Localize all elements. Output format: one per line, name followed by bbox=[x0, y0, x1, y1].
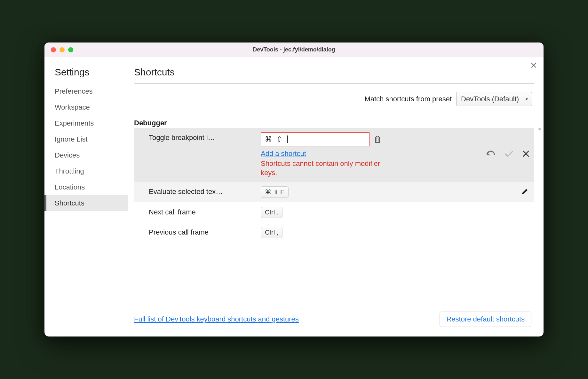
sidebar-item-locations[interactable]: Locations bbox=[44, 179, 128, 195]
preset-select[interactable]: DevTools (Default) bbox=[456, 92, 532, 106]
edit-actions bbox=[385, 132, 531, 157]
window-title: DevTools - jec.fyi/demo/dialog bbox=[44, 46, 544, 53]
section-title: Debugger bbox=[134, 119, 534, 127]
add-shortcut-link[interactable]: Add a shortcut bbox=[261, 150, 382, 158]
text-cursor bbox=[287, 135, 288, 143]
footer: Full list of DevTools keyboard shortcuts… bbox=[134, 304, 534, 336]
shortcut-kbd: Ctrl , bbox=[261, 227, 282, 238]
pencil-icon bbox=[521, 188, 529, 195]
delete-shortcut-button[interactable] bbox=[374, 135, 381, 143]
page-title: Shortcuts bbox=[134, 67, 534, 83]
undo-icon bbox=[486, 150, 496, 157]
close-icon bbox=[522, 150, 529, 157]
sidebar-item-ignore-list[interactable]: Ignore List bbox=[44, 131, 128, 147]
edit-shortcut-button[interactable] bbox=[521, 186, 531, 195]
cancel-button[interactable] bbox=[522, 150, 529, 157]
shortcut-input-value: ⌘ ⇧ bbox=[265, 135, 283, 143]
sidebar-item-experiments[interactable]: Experiments bbox=[44, 115, 128, 131]
shortcut-label: Evaluate selected tex… bbox=[149, 186, 258, 196]
trash-icon bbox=[374, 135, 381, 143]
shortcut-error: Shortcuts cannot contain only modifier k… bbox=[261, 159, 382, 177]
window-titlebar: DevTools - jec.fyi/demo/dialog bbox=[44, 43, 544, 57]
full-list-link[interactable]: Full list of DevTools keyboard shortcuts… bbox=[134, 315, 299, 323]
undo-button[interactable] bbox=[486, 150, 496, 157]
confirm-button[interactable] bbox=[505, 150, 513, 157]
minimize-window-button[interactable] bbox=[60, 47, 65, 52]
shortcut-row-editing: Toggle breakpoint i… ⌘ ⇧ bbox=[134, 128, 534, 182]
sidebar-item-workspace[interactable]: Workspace bbox=[44, 99, 128, 115]
shortcut-label: Previous call frame bbox=[149, 227, 258, 236]
sidebar-item-preferences[interactable]: Preferences bbox=[44, 83, 128, 99]
scrollbar-thumb[interactable] bbox=[538, 128, 541, 130]
shortcut-row: Next call frame Ctrl . bbox=[134, 202, 534, 222]
shortcut-row: Evaluate selected tex… ⌘ ⇧ E bbox=[134, 182, 534, 202]
shortcut-list: Toggle breakpoint i… ⌘ ⇧ bbox=[134, 128, 534, 243]
preset-value: DevTools (Default) bbox=[461, 95, 519, 103]
restore-defaults-button[interactable]: Restore default shortcuts bbox=[440, 312, 531, 327]
sidebar-item-throttling[interactable]: Throttling bbox=[44, 163, 128, 179]
settings-sidebar: Settings Preferences Workspace Experimen… bbox=[44, 57, 128, 336]
shortcut-input[interactable]: ⌘ ⇧ bbox=[261, 132, 369, 146]
divider bbox=[134, 83, 534, 84]
traffic-lights bbox=[44, 47, 73, 52]
maximize-window-button[interactable] bbox=[68, 47, 73, 52]
shortcut-label: Toggle breakpoint i… bbox=[149, 132, 258, 142]
preset-row: Match shortcuts from preset DevTools (De… bbox=[134, 92, 534, 106]
sidebar-item-devices[interactable]: Devices bbox=[44, 147, 128, 163]
shortcut-row: Previous call frame Ctrl , bbox=[134, 222, 534, 243]
close-window-button[interactable] bbox=[51, 47, 56, 52]
devtools-settings-window: DevTools - jec.fyi/demo/dialog Settings … bbox=[44, 43, 544, 336]
check-icon bbox=[505, 150, 513, 157]
preset-label: Match shortcuts from preset bbox=[364, 95, 452, 103]
panel-body: Settings Preferences Workspace Experimen… bbox=[44, 57, 544, 336]
shortcut-label: Next call frame bbox=[149, 207, 258, 216]
main-content: Shortcuts Match shortcuts from preset De… bbox=[128, 57, 544, 336]
sidebar-title: Settings bbox=[44, 67, 128, 83]
sidebar-item-shortcuts[interactable]: Shortcuts bbox=[44, 195, 128, 211]
shortcut-kbd: ⌘ ⇧ E bbox=[261, 186, 289, 198]
shortcut-kbd: Ctrl . bbox=[261, 207, 282, 218]
